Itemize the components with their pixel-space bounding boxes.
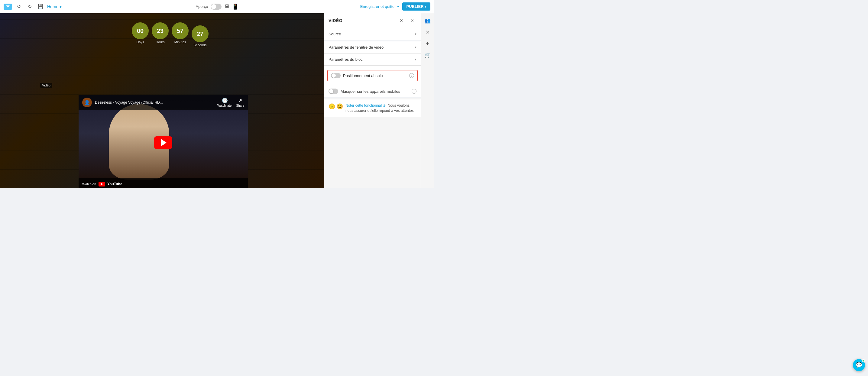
watch-later-icon: 🕐 xyxy=(222,98,228,103)
countdown-hours: 23 Hours xyxy=(152,22,168,44)
home-label: Home xyxy=(47,4,58,9)
icon-strip: 👥 ✕ + 🛒 xyxy=(421,13,434,188)
youtube-brand-label: YouTube xyxy=(107,182,122,186)
yt-header: 👤 Desireless - Voyage Voyage (Official H… xyxy=(79,95,248,110)
panel-header-icons: ✕ ✕ xyxy=(397,16,416,25)
countdown-seconds: 27 Seconds xyxy=(192,25,209,47)
source-section: Source ▾ xyxy=(324,28,421,40)
publier-arrow-icon: › xyxy=(425,4,426,9)
source-label: Source xyxy=(329,32,341,36)
rating-text: Noter cette fonctionnalité. Nous voulons… xyxy=(345,103,416,113)
yt-title: Desireless - Voyage Voyage (Official HD.… xyxy=(95,100,214,104)
rating-link[interactable]: Noter cette fonctionnalité xyxy=(345,103,385,107)
params-fenetre-section: Paramètres de fenêtre de vidéo ▾ xyxy=(324,41,421,54)
desktop-icon[interactable]: 🖥 xyxy=(224,3,229,10)
toolbar-left: ↺ ↻ 💾 Home ▾ xyxy=(4,2,193,11)
positionnement-info-icon[interactable]: i xyxy=(409,73,414,78)
sad-emoji[interactable]: 😞 xyxy=(329,103,335,110)
positionnement-row[interactable]: Positionnement absolu i xyxy=(327,70,418,81)
masquer-row: Masquer sur les appareils mobiles i xyxy=(324,86,421,97)
watch-later-label: Watch later xyxy=(217,104,232,107)
yt-avatar: 👤 xyxy=(82,98,92,107)
right-panel: VIDÉO ✕ ✕ Source ▾ Paramètres de fenêtre… xyxy=(324,13,421,188)
yt-watch-later-button[interactable]: 🕐 Watch later xyxy=(217,98,232,107)
countdown-hours-label: Hours xyxy=(156,40,164,44)
youtube-embed[interactable]: 👤 Desireless - Voyage Voyage (Official H… xyxy=(79,95,248,188)
countdown-minutes-label: Minutes xyxy=(175,40,186,44)
play-button[interactable] xyxy=(154,136,172,149)
positionnement-toggle[interactable] xyxy=(331,73,341,78)
countdown-widget: 00 Days 23 Hours 57 Minutes 27 Seconds xyxy=(132,22,209,47)
params-fenetre-chevron-icon: ▾ xyxy=(415,45,416,49)
publier-label: PUBLIER xyxy=(406,4,424,9)
countdown-seconds-label: Seconds xyxy=(194,43,207,47)
home-button[interactable]: Home ▾ xyxy=(47,4,62,9)
share-label: Share xyxy=(236,104,244,107)
cart-strip-button[interactable]: 🛒 xyxy=(423,50,433,60)
enregistrer-label: Enregistrer et quitter xyxy=(360,4,396,9)
countdown-days-circle: 00 xyxy=(132,22,149,39)
params-bloc-chevron-icon: ▾ xyxy=(415,57,416,61)
panel-pin-button[interactable]: ✕ xyxy=(397,16,406,25)
masquer-info-icon[interactable]: i xyxy=(412,89,416,94)
yt-footer: Watch on YouTube xyxy=(79,178,248,188)
emoji-group: 😞 😊 xyxy=(329,103,343,110)
countdown-minutes-circle: 57 xyxy=(172,22,189,39)
email-icon xyxy=(4,4,12,10)
params-fenetre-label: Paramètres de fenêtre de vidéo xyxy=(329,45,383,50)
canvas-area: 00 Days 23 Hours 57 Minutes 27 Seconds V… xyxy=(0,13,324,188)
masquer-toggle[interactable] xyxy=(329,89,338,94)
home-chevron-icon: ▾ xyxy=(60,4,62,9)
watch-on-label: Watch on xyxy=(82,182,96,186)
masquer-label: Masquer sur les appareils mobiles xyxy=(341,89,409,94)
apercu-label: Aperçu xyxy=(195,4,208,9)
yt-actions: 🕐 Watch later ↗ Share xyxy=(217,98,244,107)
params-bloc-label: Paramètres du bloc xyxy=(329,57,363,62)
source-row[interactable]: Source ▾ xyxy=(324,28,421,40)
yt-logo: YouTube xyxy=(98,182,122,187)
separator-2 xyxy=(324,97,421,98)
apercu-toggle[interactable] xyxy=(211,4,221,10)
add-strip-button[interactable]: + xyxy=(423,39,433,49)
enregistrer-chevron-icon: ▾ xyxy=(397,4,399,9)
video-tag: Vidéo xyxy=(40,83,52,88)
countdown-minutes: 57 Minutes xyxy=(172,22,189,44)
close-strip-button[interactable]: ✕ xyxy=(423,27,433,37)
main-layout: 00 Days 23 Hours 57 Minutes 27 Seconds V… xyxy=(0,13,434,188)
params-fenetre-row[interactable]: Paramètres de fenêtre de vidéo ▾ xyxy=(324,41,421,53)
play-triangle-icon xyxy=(161,139,166,146)
youtube-logo-icon xyxy=(98,182,105,187)
toolbar-right: Enregistrer et quitter ▾ PUBLIER › xyxy=(241,2,430,10)
mobile-icon[interactable]: 📱 xyxy=(232,3,239,10)
countdown-days: 00 Days xyxy=(132,22,149,44)
share-icon: ↗ xyxy=(238,98,242,103)
happy-emoji[interactable]: 😊 xyxy=(336,103,343,110)
enregistrer-button[interactable]: Enregistrer et quitter ▾ xyxy=(360,4,399,9)
params-bloc-section: Paramètres du bloc ▾ xyxy=(324,54,421,66)
panel-close-button[interactable]: ✕ xyxy=(408,16,416,25)
params-bloc-row[interactable]: Paramètres du bloc ▾ xyxy=(324,54,421,65)
users-icon-button[interactable]: 👥 xyxy=(423,16,433,25)
panel-title: VIDÉO xyxy=(329,18,342,23)
countdown-days-label: Days xyxy=(136,40,144,44)
save-icon-button[interactable]: 💾 xyxy=(36,2,45,11)
source-chevron-icon: ▾ xyxy=(415,32,416,36)
redo-button[interactable]: ↻ xyxy=(25,2,34,11)
panel-header: VIDÉO ✕ ✕ xyxy=(324,13,421,28)
undo-button[interactable]: ↺ xyxy=(14,2,23,11)
publier-button[interactable]: PUBLIER › xyxy=(402,2,430,10)
toolbar: ↺ ↻ 💾 Home ▾ Aperçu 🖥 📱 Enregistrer et q… xyxy=(0,0,434,13)
toolbar-center: Aperçu 🖥 📱 xyxy=(195,3,238,10)
yt-share-button[interactable]: ↗ Share xyxy=(236,98,244,107)
rating-section: 😞 😊 Noter cette fonctionnalité. Nous vou… xyxy=(324,99,421,117)
countdown-hours-circle: 23 xyxy=(152,22,168,39)
positionnement-label: Positionnement absolu xyxy=(343,73,407,78)
countdown-seconds-circle: 27 xyxy=(192,25,209,42)
